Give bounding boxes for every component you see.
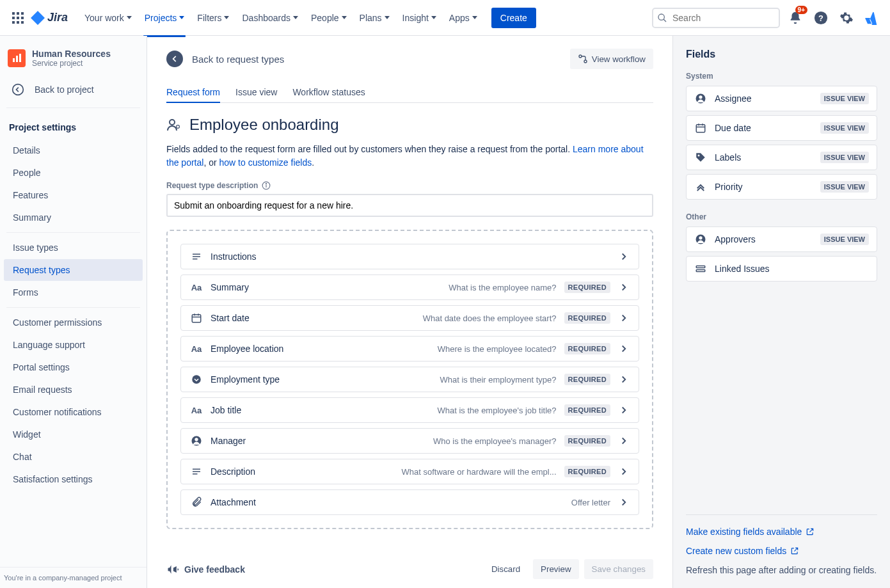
create-button[interactable]: Create: [491, 8, 536, 28]
sidebar-item-language-support[interactable]: Language support: [4, 334, 143, 356]
svg-rect-6: [12, 21, 15, 24]
nav-item-plans[interactable]: Plans: [353, 8, 396, 28]
notification-badge: 9+: [795, 6, 807, 14]
svg-point-45: [699, 236, 702, 239]
sidebar-item-details[interactable]: Details: [4, 139, 143, 161]
nav-item-people[interactable]: People: [305, 8, 353, 28]
back-to-project-link[interactable]: Back to project: [0, 75, 147, 104]
chevron-right-icon: [618, 466, 630, 477]
give-feedback-button[interactable]: Give feedback: [166, 563, 245, 576]
nav-item-projects[interactable]: Projects: [138, 8, 191, 28]
field-row-attachment[interactable]: AttachmentOffer letter: [180, 489, 639, 515]
field-panel-item-name: Priority: [715, 182, 813, 192]
fields-panel-item-linked-issues[interactable]: Linked Issues: [686, 256, 877, 282]
chevron-right-icon: [618, 251, 630, 262]
description-label: Request type description: [166, 181, 653, 190]
nav-item-filters[interactable]: Filters: [191, 8, 235, 28]
field-name: Description: [211, 466, 255, 477]
nav-item-your-work[interactable]: Your work: [78, 8, 138, 28]
sidebar-item-portal-settings[interactable]: Portal settings: [4, 356, 143, 378]
field-panel-item-name: Assignee: [715, 93, 813, 104]
required-badge: REQUIRED: [564, 374, 610, 385]
Aa-icon: Aa: [190, 406, 203, 415]
field-row-employee-location[interactable]: AaEmployee locationWhere is the employee…: [180, 336, 639, 362]
svg-rect-27: [192, 315, 201, 322]
required-badge: REQUIRED: [564, 343, 610, 354]
sidebar-item-customer-permissions[interactable]: Customer permissions: [4, 312, 143, 333]
field-row-instructions[interactable]: Instructions: [180, 244, 639, 269]
svg-point-9: [658, 14, 664, 20]
chevron-right-icon: [618, 312, 630, 324]
chevron-right-icon: [618, 497, 630, 508]
svg-point-16: [13, 84, 24, 95]
nav-item-apps[interactable]: Apps: [443, 8, 484, 28]
sidebar-item-summary[interactable]: Summary: [4, 207, 143, 228]
fields-panel-item-due-date[interactable]: Due dateISSUE VIEW: [686, 115, 877, 141]
sidebar-item-request-types[interactable]: Request types: [4, 259, 143, 281]
help-icon[interactable]: ?: [811, 8, 831, 28]
nav-item-dashboards[interactable]: Dashboards: [235, 8, 305, 28]
notifications-icon[interactable]: 9+: [785, 8, 806, 28]
svg-text:?: ?: [818, 13, 823, 22]
megaphone-icon: [166, 563, 179, 576]
fields-panel-item-priority[interactable]: PriorityISSUE VIEW: [686, 174, 877, 200]
field-name: Employment type: [211, 374, 280, 385]
customize-fields-link[interactable]: how to customize fields: [219, 157, 312, 168]
field-row-summary[interactable]: AaSummaryWhat is the employee name?REQUI…: [180, 274, 639, 300]
sidebar-footer: You're in a company-managed project: [0, 567, 147, 588]
sidebar-item-widget[interactable]: Widget: [4, 424, 143, 445]
info-icon[interactable]: [262, 181, 271, 190]
svg-rect-7: [17, 21, 19, 24]
field-hint: Who is the employee's manager?: [253, 436, 556, 446]
nav-item-insight[interactable]: Insight: [396, 8, 443, 28]
Aa-icon: Aa: [190, 344, 203, 354]
tab-workflow-statuses[interactable]: Workflow statuses: [292, 82, 365, 102]
chevron-down-icon: [431, 16, 436, 19]
field-row-manager[interactable]: ManagerWho is the employee's manager?REQ…: [180, 428, 639, 454]
sidebar-item-email-requests[interactable]: Email requests: [4, 379, 143, 401]
sidebar-item-forms[interactable]: Forms: [4, 282, 143, 303]
field-row-start-date[interactable]: Start dateWhat date does the employee st…: [180, 305, 639, 331]
tab-request-form[interactable]: Request form: [166, 82, 220, 102]
atlassian-icon[interactable]: [862, 8, 882, 28]
user-icon: [190, 435, 203, 447]
description-input[interactable]: [166, 194, 653, 217]
refresh-hint: Refresh this page after adding or creati…: [686, 565, 877, 575]
back-to-request-types[interactable]: Back to request types: [166, 51, 284, 67]
view-workflow-button[interactable]: View workflow: [570, 49, 653, 69]
user-add-icon: [166, 117, 182, 132]
svg-rect-13: [13, 58, 15, 62]
settings-icon[interactable]: [836, 8, 857, 28]
sidebar-item-features[interactable]: Features: [4, 184, 143, 206]
chevron-down-icon: [179, 16, 184, 19]
fields-panel-item-labels[interactable]: LabelsISSUE VIEW: [686, 145, 877, 170]
chevron-down-icon: [385, 16, 390, 19]
svg-rect-5: [21, 17, 24, 19]
search-input[interactable]: [652, 8, 780, 28]
preview-button[interactable]: Preview: [533, 559, 578, 579]
tab-issue-view[interactable]: Issue view: [235, 82, 277, 102]
svg-rect-1: [17, 12, 19, 15]
fields-panel-item-approvers[interactable]: ApproversISSUE VIEW: [686, 226, 877, 252]
discard-button[interactable]: Discard: [484, 559, 528, 579]
jira-logo[interactable]: Jira: [31, 11, 68, 25]
svg-rect-2: [21, 12, 24, 15]
sidebar-item-issue-types[interactable]: Issue types: [4, 237, 143, 258]
create-custom-fields-link[interactable]: Create new custom fields: [686, 546, 799, 556]
sidebar-item-people[interactable]: People: [4, 162, 143, 184]
svg-rect-8: [21, 21, 24, 24]
svg-rect-15: [19, 54, 21, 62]
sidebar-item-customer-notifications[interactable]: Customer notifications: [4, 401, 143, 423]
sidebar-item-chat[interactable]: Chat: [4, 446, 143, 468]
app-switcher-icon[interactable]: [8, 8, 28, 28]
project-type: Service project: [32, 59, 111, 68]
sidebar-item-satisfaction-settings[interactable]: Satisfaction settings: [4, 468, 143, 490]
field-row-description[interactable]: DescriptionWhat software or hardware wil…: [180, 459, 639, 484]
field-panel-item-name: Due date: [715, 123, 813, 133]
chevron-right-icon: [618, 435, 630, 447]
chevron-down-icon: [342, 16, 347, 19]
make-fields-available-link[interactable]: Make existing fields available: [686, 527, 815, 537]
field-row-employment-type[interactable]: Employment typeWhat is their employment …: [180, 367, 639, 392]
fields-panel-item-assignee[interactable]: AssigneeISSUE VIEW: [686, 86, 877, 111]
field-row-job-title[interactable]: AaJob titleWhat is the employee's job ti…: [180, 397, 639, 423]
